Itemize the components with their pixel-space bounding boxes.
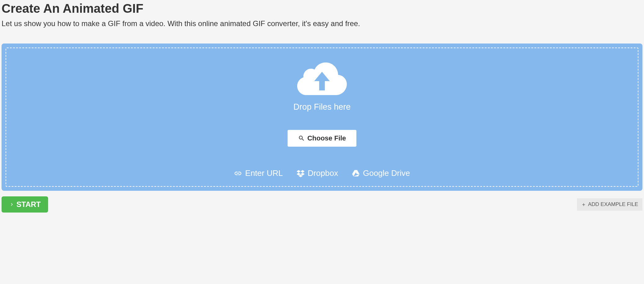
- choose-file-label: Choose File: [307, 134, 346, 142]
- dropzone-inner: Drop Files here Choose File Enter URL Dr…: [6, 48, 638, 187]
- google-drive-option[interactable]: Google Drive: [352, 168, 410, 178]
- enter-url-label: Enter URL: [245, 168, 283, 178]
- plus-icon: [581, 202, 586, 207]
- dropbox-option[interactable]: Dropbox: [297, 168, 338, 178]
- enter-url-option[interactable]: Enter URL: [234, 168, 283, 178]
- link-icon: [234, 169, 242, 177]
- actions-row: START ADD EXAMPLE FILE: [0, 196, 644, 213]
- page-subtitle: Let us show you how to make a GIF from a…: [0, 19, 644, 28]
- source-options: Enter URL Dropbox Google Drive: [234, 168, 410, 178]
- page-title: Create An Animated GIF: [0, 0, 644, 16]
- dropbox-label: Dropbox: [308, 168, 338, 178]
- dropbox-icon: [297, 169, 305, 177]
- add-example-file-button[interactable]: ADD EXAMPLE FILE: [577, 198, 642, 211]
- choose-file-button[interactable]: Choose File: [288, 130, 357, 147]
- add-example-label: ADD EXAMPLE FILE: [588, 201, 638, 208]
- file-dropzone[interactable]: Drop Files here Choose File Enter URL Dr…: [2, 44, 642, 191]
- chevron-right-icon: [9, 202, 15, 207]
- google-drive-icon: [352, 169, 360, 177]
- cloud-upload-icon: [296, 59, 348, 98]
- search-icon: [298, 135, 305, 142]
- google-drive-label: Google Drive: [363, 168, 410, 178]
- drop-files-text: Drop Files here: [293, 102, 351, 112]
- start-label: START: [16, 200, 41, 209]
- start-button[interactable]: START: [2, 196, 48, 213]
